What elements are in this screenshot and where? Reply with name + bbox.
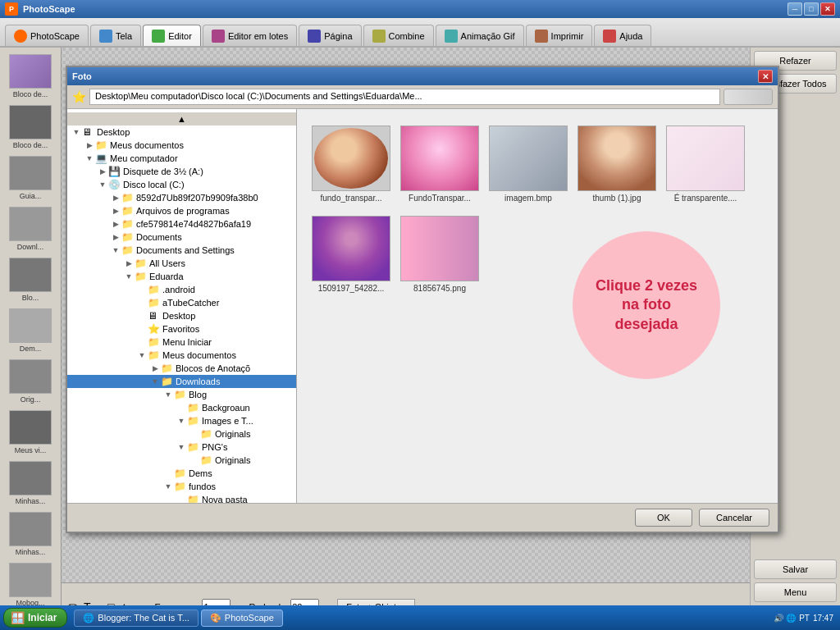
tree-node-arquivos[interactable]: ▶ 📁 Arquivos de programas [67, 204, 296, 217]
tree-node-originals2[interactable]: ▶ 📁 Originals [67, 454, 296, 467]
tree-toggle[interactable]: ▶ [110, 231, 121, 243]
thumb-image-3 [489, 126, 568, 191]
folder-icon: 📁 [135, 271, 148, 282]
tree-label: Originals [215, 455, 296, 465]
thumb-image-7 [400, 216, 479, 281]
ok-button[interactable]: OK [635, 509, 692, 527]
tree-label: fundos [189, 482, 296, 491]
thumb-label-3: imagem.bmp [504, 194, 552, 203]
tree-toggle[interactable]: ▼ [84, 153, 95, 164]
tree-toggle[interactable]: ▼ [123, 271, 135, 282]
thumb-label-5: É transparente.... [674, 194, 737, 203]
tree-node-eduarda[interactable]: ▼ 📁 Eduarda [67, 270, 296, 283]
tree-toggle[interactable]: ▶ [110, 218, 121, 230]
file-thumb-5[interactable]: É transparente.... [664, 122, 746, 206]
tree-node-novapasta[interactable]: ▶ 📁 Nova pasta [67, 493, 296, 503]
dialog-footer: OK Cancelar [67, 503, 778, 532]
tree-node-desktop[interactable]: ▼ 🖥 Desktop [67, 126, 296, 139]
file-thumb-6[interactable]: 1509197_54282... [310, 212, 392, 296]
dialog-toolbar: ⭐ Desktop\Meu computador\Disco local (C:… [67, 85, 778, 109]
floppy-icon: 💾 [108, 166, 121, 177]
tree-node-desktop2[interactable]: ▶ 🖥 Desktop [67, 309, 296, 322]
tree-toggle[interactable]: ▶ [97, 166, 108, 177]
path-star-icon: ⭐ [72, 90, 86, 103]
tree-toggle[interactable]: ▶ [110, 192, 121, 203]
tree-node-disquete[interactable]: ▶ 💾 Disquete de 3½ (A:) [67, 165, 296, 178]
tree-toggle[interactable]: ▶ [84, 139, 95, 151]
tree-label: cfe579814e74d4827b6afa19 [136, 219, 296, 229]
tree-scroll-up[interactable]: ▲ [67, 112, 296, 126]
tree-toggle[interactable]: ▼ [162, 481, 174, 492]
tree-toggle[interactable]: ▼ [162, 389, 174, 400]
tree-node-pngs[interactable]: ▼ 📁 PNG's [67, 441, 296, 454]
tree-node-menuiniciar[interactable]: ▶ 📁 Menu Iniciar [67, 336, 296, 349]
tree-node-allusers[interactable]: ▶ 📁 All Users [67, 257, 296, 270]
tree-toggle[interactable]: ▼ [71, 126, 82, 138]
tree-label: Meus documentos [162, 350, 296, 360]
start-label: Iniciar [28, 612, 57, 623]
thumb-label-6: 1509197_54282... [318, 284, 385, 293]
file-tree[interactable]: ▲ ▼ 🖥 Desktop ▶ 📁 Meus documentos [67, 109, 297, 503]
tray-icons: 🔊 🌐 [774, 614, 796, 623]
taskbar-item-blogger[interactable]: 🌐 Blogger: The Cat is T... [74, 609, 198, 627]
tree-node-atube[interactable]: ▶ 📁 aTubeCatcher [67, 296, 296, 309]
tree-node-meusdoc2[interactable]: ▼ 📁 Meus documentos [67, 349, 296, 362]
tree-toggle[interactable]: ▼ [110, 244, 121, 256]
tree-toggle[interactable]: ▶ [123, 258, 135, 269]
file-thumb-1[interactable]: fundo_transpar... [310, 122, 392, 206]
tree-node-documents[interactable]: ▶ 📁 Documents [67, 231, 296, 244]
folder-icon: 📁 [121, 244, 135, 256]
tree-toggle[interactable]: ▼ [136, 349, 148, 361]
photoscape-task-icon: 🎨 [210, 613, 221, 623]
folder-icon: 📁 [161, 363, 174, 374]
path-scrollbar[interactable] [724, 89, 773, 105]
tree-node-docsettings[interactable]: ▼ 📁 Documents and Settings [67, 244, 296, 257]
taskbar-item-photoscape[interactable]: 🎨 PhotoScape [201, 609, 283, 627]
dialog-close-button[interactable]: ✕ [758, 70, 773, 83]
thumb-label-7: 81856745.png [413, 284, 466, 293]
folder-icon: 📁 [174, 468, 187, 479]
dialog-overlay: Foto ✕ ⭐ Desktop\Meu computador\Disco lo… [0, 0, 840, 605]
file-thumb-3[interactable]: imagem.bmp [487, 122, 569, 206]
tree-node-favoritos[interactable]: ▶ ⭐ Favoritos [67, 322, 296, 336]
tree-node-originals1[interactable]: ▶ 📁 Originals [67, 427, 296, 441]
tree-node-backgroaun[interactable]: ▶ 📁 Backgroaun [67, 401, 296, 414]
folder-icon: 📁 [187, 415, 200, 427]
tree-node-fundos[interactable]: ▼ 📁 fundos [67, 480, 296, 493]
tree-label: Menu Iniciar [162, 337, 296, 347]
dialog-title: Foto [72, 71, 92, 81]
tree-node-meusdoc[interactable]: ▶ 📁 Meus documentos [67, 139, 296, 152]
tree-node-android[interactable]: ▶ 📁 .android [67, 283, 296, 296]
tree-node-hash1[interactable]: ▶ 📁 8592d7Ub89f207b9909fa38b0 [67, 191, 296, 204]
foto-dialog: Foto ✕ ⭐ Desktop\Meu computador\Disco lo… [66, 66, 779, 533]
tree-label: All Users [149, 258, 296, 268]
start-button[interactable]: 🪟 Iniciar [3, 608, 67, 628]
tree-toggle[interactable]: ▼ [97, 179, 108, 190]
tree-toggle[interactable]: ▼ [149, 376, 161, 387]
cancel-button[interactable]: Cancelar [699, 509, 769, 527]
tree-node-hash2[interactable]: ▶ 📁 cfe579814e74d4827b6afa19 [67, 217, 296, 231]
folder-icon: 📁 [95, 139, 108, 151]
tree-toggle[interactable]: ▼ [176, 441, 187, 453]
tree-toggle[interactable]: ▼ [176, 415, 187, 427]
tree-node-meucomp[interactable]: ▼ 💻 Meu computador [67, 152, 296, 165]
file-tree-container: ▲ ▼ 🖥 Desktop ▶ 📁 Meus documentos [67, 109, 297, 503]
tree-node-blog[interactable]: ▼ 📁 Blog [67, 388, 296, 401]
tree-node-blocos[interactable]: ▶ 📁 Blocos de Anotaçõ [67, 362, 296, 375]
tree-label: Backgroaun [202, 403, 296, 413]
tree-node-discoC[interactable]: ▼ 💿 Disco local (C:) [67, 178, 296, 191]
tree-node-downloads[interactable]: ▼ 📁 Downloads [67, 375, 296, 388]
tree-toggle[interactable]: ▶ [149, 363, 161, 374]
file-view: fundo_transpar... FundoTranspar... image… [297, 109, 778, 503]
hint-circle: Clique 2 vezes na foto desejada [573, 231, 720, 379]
tree-toggle[interactable]: ▶ [110, 205, 121, 217]
file-thumb-4[interactable]: thumb (1).jpg [576, 122, 658, 206]
hint-text: Clique 2 vezes na foto desejada [589, 276, 704, 334]
folder-icon: 📁 [121, 192, 135, 203]
file-thumb-7[interactable]: 81856745.png [399, 212, 481, 296]
tree-node-dems[interactable]: ▶ 📁 Dems [67, 467, 296, 480]
file-thumb-2[interactable]: FundoTranspar... [399, 122, 481, 206]
folder-icon: 📁 [200, 428, 213, 440]
star-icon: ⭐ [148, 323, 161, 335]
tree-node-images[interactable]: ▼ 📁 Images e T... [67, 414, 296, 427]
